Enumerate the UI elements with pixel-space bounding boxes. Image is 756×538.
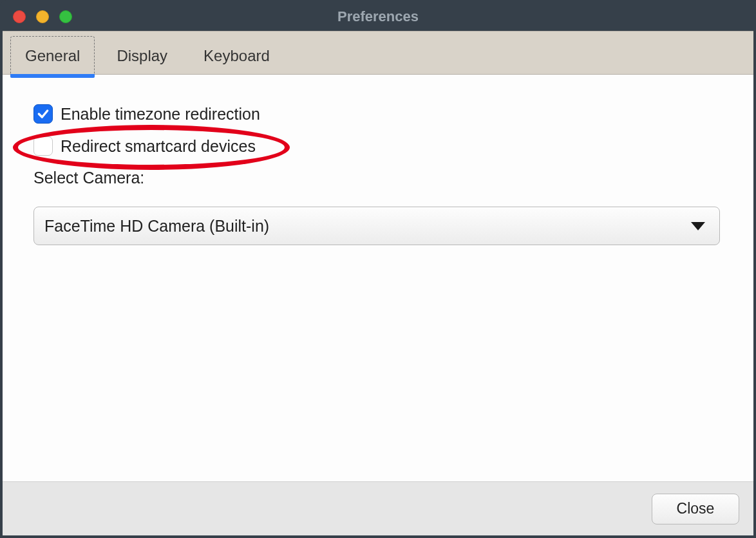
tab-general[interactable]: General [10, 36, 95, 74]
close-button[interactable]: Close [652, 494, 739, 524]
tab-display[interactable]: Display [102, 37, 182, 74]
checkbox-redirect-smartcard-devices[interactable] [33, 136, 53, 156]
close-window-button[interactable] [13, 10, 26, 23]
close-button-label: Close [677, 500, 715, 517]
minimize-window-button[interactable] [36, 10, 49, 23]
option-enable-timezone-redirection: Enable timezone redirection [33, 104, 723, 124]
tab-content-general: Enable timezone redirection Redirect sma… [3, 75, 753, 481]
camera-dropdown[interactable]: FaceTime HD Camera (Built-in) [33, 207, 720, 245]
dropdown-selected-value: FaceTime HD Camera (Built-in) [44, 217, 269, 236]
preferences-window: Preferences General Display Keyboard Ena… [0, 0, 756, 538]
checkmark-icon [37, 107, 50, 120]
checkbox-label: Enable timezone redirection [61, 105, 260, 124]
option-redirect-smartcard-devices: Redirect smartcard devices [33, 136, 723, 156]
tab-keyboard[interactable]: Keyboard [189, 37, 284, 74]
titlebar: Preferences [3, 3, 753, 31]
dialog-footer: Close [3, 481, 753, 535]
tab-strip: General Display Keyboard [3, 31, 753, 75]
window-controls [13, 10, 72, 23]
window-title: Preferences [3, 8, 753, 25]
checkbox-enable-timezone-redirection[interactable] [33, 104, 53, 124]
chevron-down-icon [691, 222, 705, 230]
checkbox-label: Redirect smartcard devices [61, 137, 256, 156]
maximize-window-button[interactable] [59, 10, 72, 23]
select-camera-label: Select Camera: [33, 169, 723, 187]
